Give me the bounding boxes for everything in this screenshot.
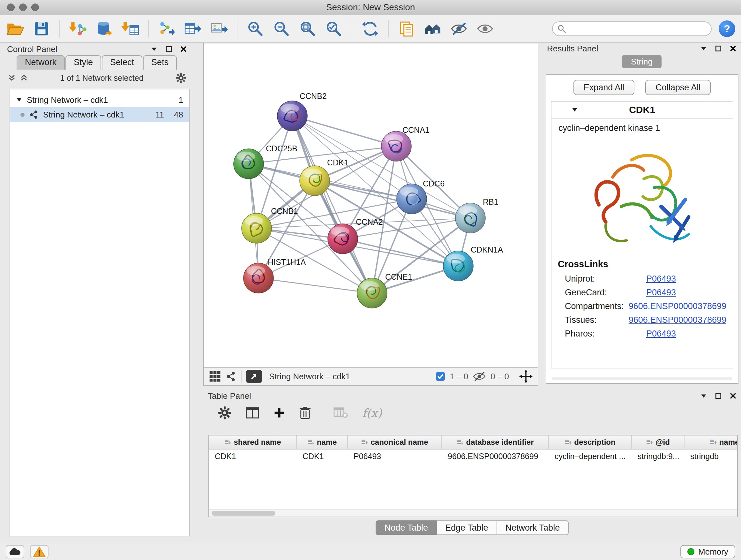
tab-sets[interactable]: Sets: [143, 55, 177, 70]
crosslink-link[interactable]: P06493: [646, 274, 676, 284]
share-view-button[interactable]: [226, 371, 237, 382]
zoom-fit-button[interactable]: [298, 18, 317, 39]
pan-crosshair-button[interactable]: [519, 370, 533, 383]
import-network-database-button[interactable]: [94, 18, 114, 39]
search-box[interactable]: [552, 21, 712, 36]
network-node-ccne1[interactable]: [357, 278, 387, 308]
cell-namespace[interactable]: stringdb: [684, 452, 738, 461]
column-header-namespace[interactable]: namespace: [684, 435, 738, 449]
zoom-in-button[interactable]: [246, 18, 265, 39]
network-canvas[interactable]: CCNB2CCNA1CDC25BCDK1CDC6RB1CCNB1CCNA2CDK…: [204, 44, 538, 367]
cell-name[interactable]: CDK1: [297, 452, 348, 461]
hide-selected-button[interactable]: [449, 18, 468, 39]
network-node-ccnb2[interactable]: [277, 101, 307, 131]
panel-close-icon[interactable]: [730, 392, 737, 399]
network-node-ccna2[interactable]: [328, 224, 358, 254]
table-row[interactable]: CDK1 CDK1 P06493 9606.ENSP00000378699 cy…: [209, 449, 737, 463]
cell-database-identifier[interactable]: 9606.ENSP00000378699: [442, 452, 549, 461]
show-all-button[interactable]: [475, 18, 495, 39]
zoom-selected-button[interactable]: [324, 18, 343, 39]
network-node-cdk1[interactable]: [300, 166, 330, 196]
column-header-database-identifier[interactable]: database identifier: [442, 435, 549, 449]
tab-style[interactable]: Style: [65, 55, 101, 70]
add-column-icon[interactable]: [273, 407, 285, 419]
crosslink-link[interactable]: P06493: [646, 288, 676, 298]
close-window-button[interactable]: [7, 3, 15, 11]
scrollbar-thumb[interactable]: [212, 511, 275, 516]
expand-all-icon[interactable]: [20, 74, 28, 82]
cell-id[interactable]: stringdb:9...: [632, 452, 684, 461]
network-node-hist1h1a[interactable]: [244, 263, 273, 293]
maximize-window-button[interactable]: [31, 3, 39, 11]
table-horizontal-scrollbar[interactable]: [209, 509, 737, 516]
cell-description[interactable]: cyclin–dependent ...: [549, 452, 632, 461]
refresh-layout-button[interactable]: [360, 18, 380, 39]
network-node-cdc25b[interactable]: [233, 149, 264, 179]
panel-close-icon[interactable]: [730, 45, 737, 52]
delete-column-trash-icon[interactable]: [299, 406, 311, 420]
entry-expander-icon[interactable]: [571, 106, 578, 113]
column-header-canonical-name[interactable]: canonical name: [348, 435, 442, 449]
hidden-eye-icon[interactable]: [473, 371, 486, 382]
column-header-name[interactable]: name: [297, 435, 348, 449]
panel-float-icon[interactable]: [715, 45, 722, 52]
collapse-all-icon[interactable]: [8, 74, 16, 82]
open-session-button[interactable]: [6, 18, 25, 39]
search-input[interactable]: [569, 24, 706, 34]
tab-select[interactable]: Select: [102, 55, 142, 70]
network-tree-item-row[interactable]: String Network – cdk1 11 48: [10, 107, 189, 122]
import-table-button[interactable]: [121, 18, 140, 39]
network-node-ccna1[interactable]: [381, 131, 411, 161]
network-tree-root-row[interactable]: String Network – cdk1 1: [10, 92, 189, 107]
network-edge[interactable]: [343, 239, 458, 266]
results-scrollbar[interactable]: [552, 377, 732, 380]
minimize-window-button[interactable]: [19, 3, 27, 11]
gear-icon[interactable]: [176, 72, 186, 83]
grid-view-button[interactable]: [209, 370, 221, 382]
tree-expander-icon[interactable]: [16, 97, 22, 103]
network-from-selection-button[interactable]: [157, 18, 176, 39]
crosslink-link[interactable]: P06493: [646, 329, 676, 339]
network-edge[interactable]: [249, 164, 412, 199]
selected-checkbox-icon[interactable]: [435, 372, 445, 381]
warnings-button[interactable]: [30, 545, 49, 558]
panel-float-icon[interactable]: [715, 392, 722, 399]
crosslink-link[interactable]: 9606.ENSP00000378699: [629, 301, 726, 311]
network-edge[interactable]: [259, 278, 372, 293]
panel-float-icon[interactable]: [165, 46, 172, 53]
cell-canonical-name[interactable]: P06493: [348, 452, 442, 461]
tab-edge-table[interactable]: Edge Table: [436, 520, 497, 535]
export-table-button[interactable]: [183, 18, 202, 39]
save-session-button[interactable]: [32, 18, 51, 39]
table-settings-gear-icon[interactable]: [218, 406, 231, 420]
collapse-all-button[interactable]: Collapse All: [645, 80, 711, 95]
network-node-cdkn1a[interactable]: [443, 251, 473, 281]
results-tab-string[interactable]: String: [622, 55, 662, 68]
birdseye-toggle-button[interactable]: [246, 370, 262, 383]
network-node-ccnb1[interactable]: [242, 213, 272, 243]
help-button[interactable]: [719, 20, 735, 37]
column-header-id[interactable]: @id: [632, 435, 684, 449]
expand-all-button[interactable]: Expand All: [574, 80, 635, 95]
tab-node-table[interactable]: Node Table: [376, 520, 436, 535]
result-entry-header[interactable]: CDK1: [551, 102, 733, 119]
panel-menu-icon[interactable]: [151, 46, 158, 53]
zoom-out-button[interactable]: [272, 18, 291, 39]
tab-network[interactable]: Network: [17, 55, 65, 70]
panel-menu-icon[interactable]: [700, 392, 707, 399]
export-image-button[interactable]: [209, 18, 228, 39]
network-edge[interactable]: [292, 116, 396, 146]
network-node-cdc6[interactable]: [397, 184, 427, 214]
network-graph[interactable]: CCNB2CCNA1CDC25BCDK1CDC6RB1CCNB1CCNA2CDK…: [204, 44, 538, 367]
copy-button[interactable]: [397, 18, 416, 39]
column-header-shared-name[interactable]: shared name: [209, 435, 297, 449]
network-node-rb1[interactable]: [455, 203, 485, 233]
import-network-file-button[interactable]: [68, 18, 87, 39]
memory-button[interactable]: Memory: [680, 545, 735, 558]
cell-shared-name[interactable]: CDK1: [209, 452, 297, 461]
column-header-description[interactable]: description: [549, 435, 632, 449]
overview-button[interactable]: [423, 18, 442, 39]
crosslink-link[interactable]: 9606.ENSP00000378699: [629, 315, 726, 325]
panel-close-icon[interactable]: [180, 46, 187, 53]
tab-network-table[interactable]: Network Table: [497, 520, 569, 535]
